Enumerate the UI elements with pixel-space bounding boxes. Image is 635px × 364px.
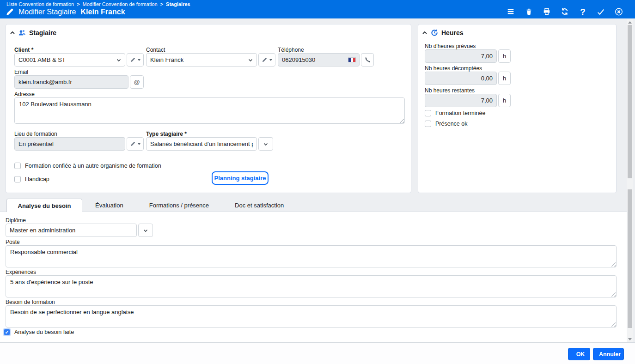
trash-icon[interactable] — [525, 7, 533, 16]
clock-icon — [430, 29, 439, 37]
checkbox-presence-ok[interactable] — [425, 121, 431, 127]
sync-icon[interactable] — [561, 7, 569, 16]
poste-textarea[interactable]: Responsable commercial — [6, 245, 617, 267]
checkbox-formation-terminee-label: Formation terminée — [435, 110, 485, 116]
phone-icon — [364, 57, 371, 63]
tab-content-analyse-du-besoin: Diplôme Poste Responsable commercial Exp… — [0, 212, 627, 342]
email-input[interactable] — [14, 75, 128, 89]
scrollbar-thumb[interactable] — [628, 189, 632, 328]
ok-button[interactable]: OK — [568, 348, 590, 360]
diplome-dropdown-button[interactable] — [138, 224, 153, 237]
header-toolbar: ? — [507, 7, 623, 16]
email-label: Email — [14, 69, 28, 75]
experiences-label: Expériences — [6, 269, 36, 275]
at-icon: @ — [134, 79, 140, 85]
tab-bar: Analyse du besoin Évaluation Formations … — [6, 199, 297, 212]
checkbox-formation-terminee[interactable] — [425, 110, 431, 116]
pencil-icon — [130, 57, 136, 63]
besoin-formation-label: Besoin de formation — [6, 299, 55, 305]
tab-analyse-du-besoin[interactable]: Analyse du besoin — [6, 199, 82, 212]
type-stagiaire-label: Type stagiaire * — [146, 131, 187, 137]
contact-label: Contact — [146, 47, 165, 53]
help-icon[interactable]: ? — [579, 7, 587, 16]
app-header: Liste Convention de formation>Modifier C… — [0, 0, 635, 18]
vertical-scrollbar[interactable] — [627, 19, 633, 342]
tab-evaluation[interactable]: Évaluation — [82, 199, 136, 212]
planning-stagiaire-button[interactable]: Planning stagiaire — [212, 171, 269, 185]
diplome-label: Diplôme — [6, 217, 26, 224]
contact-select[interactable] — [146, 53, 257, 67]
breadcrumb-separator: > — [74, 1, 82, 7]
chevron-down-icon — [143, 228, 148, 233]
checkbox-formation-confiee-label: Formation confiée à un autre organisme d… — [25, 163, 161, 169]
heures-decomptees-input[interactable] — [425, 72, 497, 85]
stagiaire-panel: Stagiaire Client * Contact Téléphone — [6, 24, 411, 193]
besoin-formation-textarea[interactable]: Besoin de se perfectionner en langue ang… — [6, 305, 617, 328]
lieu-edit-button[interactable] — [127, 137, 144, 151]
type-stagiaire-select[interactable] — [146, 137, 257, 151]
scroll-down-arrow-icon[interactable] — [628, 338, 632, 340]
checkbox-handicap-label: Handicap — [25, 176, 49, 182]
people-icon — [18, 29, 26, 37]
tab-doc-et-satisfaction[interactable]: Doc et satisfaction — [222, 199, 297, 212]
diplome-select[interactable] — [6, 224, 137, 237]
stagiaire-panel-title: Stagiaire — [29, 29, 56, 36]
checkbox-analyse-faite[interactable] — [4, 329, 10, 335]
heures-decomptees-label: Nb heures décomptées — [425, 65, 482, 72]
telephone-label: Téléphone — [278, 47, 304, 53]
lieu-label: Lieu de formation — [14, 131, 57, 137]
edit-pencil-icon — [6, 8, 14, 16]
caret-down-icon — [138, 143, 140, 145]
heures-prevues-label: Nb d'heures prévues — [425, 43, 476, 49]
client-edit-button[interactable] — [127, 53, 144, 67]
check-icon[interactable] — [597, 7, 605, 16]
tab-formations-presence[interactable]: Formations / présence — [136, 199, 222, 212]
page-title: Modifier Stagiaire — [18, 8, 76, 16]
checkbox-handicap[interactable] — [14, 176, 21, 182]
breadcrumb-item[interactable]: Modifier Convention de formation — [83, 1, 158, 7]
france-flag-icon — [348, 57, 356, 62]
checkbox-analyse-faite-label: Analyse du besoin faite — [14, 329, 74, 335]
poste-label: Poste — [6, 239, 20, 245]
ok-button-label: OK — [576, 351, 585, 358]
pencil-icon — [262, 57, 268, 63]
footer-bar: OK Annuler — [0, 342, 635, 364]
caret-down-icon — [269, 59, 272, 61]
breadcrumb: Liste Convention de formation>Modifier C… — [6, 1, 190, 7]
page-title-row: Modifier Stagiaire Klein Franck — [6, 8, 125, 16]
printer-icon[interactable] — [543, 7, 551, 16]
heures-restantes-label: Nb heures restantes — [425, 87, 475, 94]
page-subject: Klein Franck — [81, 8, 125, 16]
lieu-input[interactable] — [14, 137, 125, 151]
heures-decomptees-unit: h — [498, 72, 511, 85]
type-stagiaire-dropdown-button[interactable] — [258, 137, 273, 151]
breadcrumb-item[interactable]: Liste Convention de formation — [6, 1, 74, 7]
checkbox-formation-confiee[interactable] — [14, 163, 21, 169]
call-button[interactable] — [361, 53, 374, 67]
collapse-chevron-icon[interactable] — [422, 30, 427, 36]
annuler-button[interactable]: Annuler — [593, 348, 624, 360]
scrollbar-thumb[interactable] — [628, 25, 632, 178]
scroll-up-arrow-icon[interactable] — [628, 21, 632, 24]
heures-restantes-input[interactable] — [425, 94, 497, 107]
experiences-textarea[interactable]: 5 ans d'expérience sur le poste — [6, 275, 617, 297]
menu-icon[interactable] — [507, 7, 515, 16]
heures-prevues-input[interactable] — [425, 49, 497, 63]
annuler-button-label: Annuler — [599, 351, 621, 358]
client-label: Client * — [14, 47, 33, 53]
heures-panel: Heures Nb d'heures prévues h Nb heures d… — [418, 24, 617, 193]
adresse-label: Adresse — [14, 91, 35, 97]
adresse-textarea[interactable]: 102 Boulevard Haussmann — [14, 97, 405, 124]
caret-down-icon — [138, 59, 140, 61]
heures-prevues-unit: h — [498, 49, 511, 63]
heures-restantes-unit: h — [498, 94, 511, 107]
checkbox-presence-ok-label: Présence ok — [435, 121, 467, 127]
breadcrumb-separator: > — [158, 1, 166, 7]
telephone-input[interactable] — [278, 53, 360, 67]
send-email-button[interactable]: @ — [130, 75, 144, 89]
contact-edit-button[interactable] — [258, 53, 275, 67]
close-icon[interactable] — [615, 7, 623, 16]
client-select[interactable] — [14, 53, 125, 67]
collapse-chevron-icon[interactable] — [10, 30, 15, 36]
pencil-icon — [130, 141, 136, 147]
